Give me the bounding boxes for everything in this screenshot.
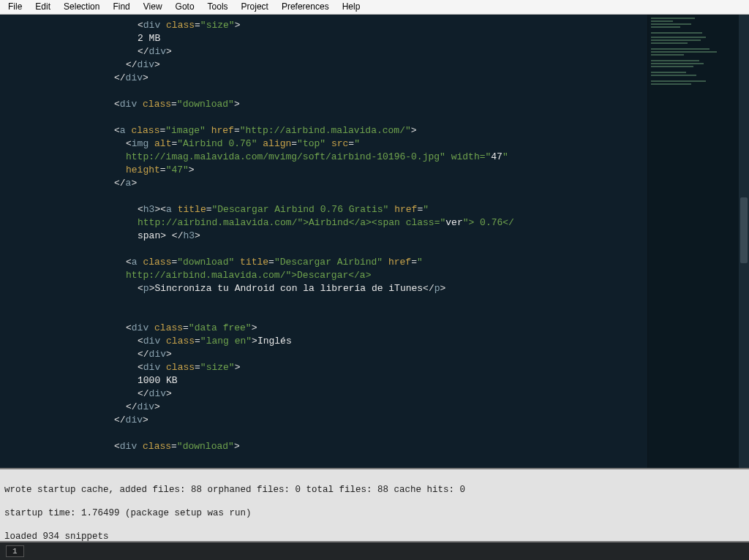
console-line: startup time: 1.76499 (package setup was…	[4, 507, 745, 519]
code-line: </div>	[79, 348, 640, 361]
code-line: 1000 KB	[79, 374, 640, 387]
console-panel[interactable]: wrote startup cache, added files: 88 orp…	[0, 468, 749, 542]
minimap[interactable]	[647, 15, 739, 468]
svg-rect-9	[651, 51, 717, 53]
menu-selection[interactable]: Selection	[57, 0, 106, 14]
code-line: <a class="image" href="http://airbind.ma…	[79, 124, 640, 137]
menu-view[interactable]: View	[137, 0, 169, 14]
code-line: </div>	[79, 45, 640, 58]
svg-rect-0	[651, 18, 695, 19]
code-line: </div>	[79, 401, 640, 414]
code-line: <div class="size">	[79, 19, 640, 32]
code-line: <a class="download" title="Descargar Air…	[79, 256, 640, 269]
svg-rect-16	[651, 80, 706, 82]
menu-project[interactable]: Project	[235, 0, 275, 14]
svg-rect-1	[651, 20, 673, 22]
code-line: </div>	[79, 414, 640, 427]
code-line: <p>Sincroniza tu Android con la librería…	[79, 282, 640, 295]
svg-rect-3	[651, 26, 680, 28]
code-line: </div>	[79, 387, 640, 401]
code-line: <div class="data free">	[79, 322, 640, 335]
svg-rect-2	[651, 23, 691, 25]
code-line: http://airbind.malavida.com/">Airbind</a…	[79, 216, 640, 230]
code-line: </a>	[79, 177, 640, 190]
menu-help[interactable]: Help	[336, 0, 367, 14]
console-line: wrote startup cache, added files: 88 orp…	[4, 484, 745, 496]
code-line: 2 MB	[79, 32, 640, 45]
editor-area: <div class="size">2 MB</div></div></div>…	[0, 15, 749, 468]
code-line: http://imag.malavida.com/mvimg/soft/airb…	[79, 151, 640, 164]
status-bar: 1	[0, 542, 749, 560]
svg-rect-6	[651, 39, 701, 41]
code-editor[interactable]: <div class="size">2 MB</div></div></div>…	[0, 15, 647, 468]
console-line: loaded 934 snippets	[4, 531, 745, 542]
menu-edit[interactable]: Edit	[29, 0, 57, 14]
menu-file[interactable]: File	[1, 0, 29, 14]
code-line: <h3><a title="Descargar Airbind 0.76 Gra…	[79, 203, 640, 216]
menu-goto[interactable]: Goto	[169, 0, 201, 14]
code-line: </div>	[79, 58, 640, 72]
svg-rect-13	[651, 66, 693, 67]
menu-preferences[interactable]: Preferences	[275, 0, 336, 14]
svg-rect-7	[651, 42, 688, 44]
status-position[interactable]: 1	[6, 545, 24, 557]
svg-rect-11	[651, 60, 699, 61]
scrollbar-thumb[interactable]	[740, 197, 748, 263]
menu-tools[interactable]: Tools	[201, 0, 235, 14]
svg-rect-4	[651, 32, 702, 34]
svg-rect-5	[651, 37, 706, 38]
code-line: <div class="download">	[79, 440, 640, 453]
code-line: <div class="size">	[79, 361, 640, 374]
code-line: <div class="download">	[79, 98, 640, 111]
svg-rect-8	[651, 48, 710, 50]
code-line: <div class="lang en">Inglés	[79, 335, 640, 348]
menu-find[interactable]: Find	[106, 0, 136, 14]
menu-bar: File Edit Selection Find View Goto Tools…	[0, 0, 749, 15]
code-line: http://airbind.malavida.com/">Descargar<…	[79, 269, 640, 282]
code-line: height="47">	[79, 164, 640, 177]
vertical-scrollbar[interactable]	[739, 15, 749, 468]
svg-rect-14	[651, 72, 686, 73]
svg-rect-15	[651, 75, 696, 76]
svg-rect-17	[651, 83, 691, 85]
code-line: <a class="image" href="http://beat-hazar…	[79, 466, 640, 468]
svg-rect-10	[651, 54, 684, 56]
code-line: <img alt="Airbind 0.76" align="top" src=…	[79, 137, 640, 151]
svg-rect-12	[651, 63, 704, 64]
code-line: span> </h3>	[79, 230, 640, 243]
code-line: </div>	[79, 72, 640, 85]
